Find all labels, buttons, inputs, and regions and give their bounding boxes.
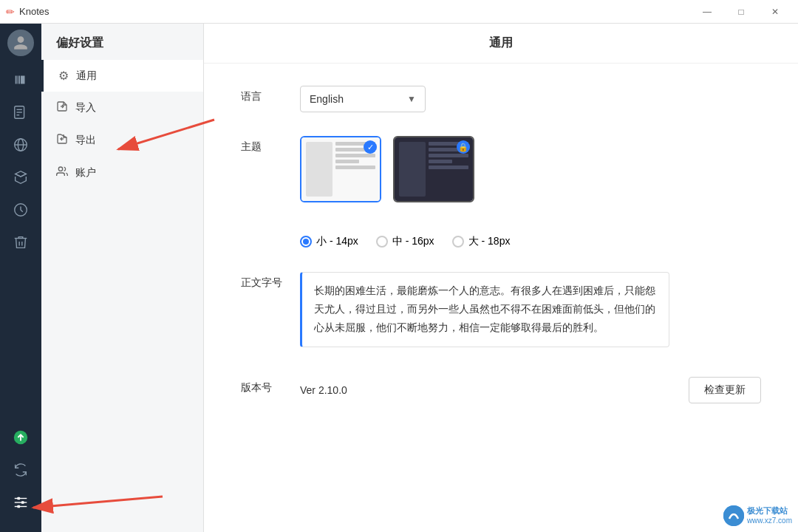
version-control: Ver 2.10.0 检查更新 [300,377,761,403]
menu-label-general: 通用 [76,69,97,83]
title-bar: ✏ Knotes — □ ✕ [0,0,798,24]
menu-item-general[interactable]: ⚙ 通用 [41,60,203,92]
check-update-button[interactable]: 检查更新 [689,377,761,403]
menu-item-export[interactable]: 导出 [41,124,203,157]
close-button[interactable]: ✕ [758,0,792,24]
notes-icon[interactable] [6,98,35,127]
language-value: English [310,93,344,105]
font-size-small-label: 小 - 14px [316,235,358,248]
account-icon [56,166,68,180]
theme-row: 主题 [241,136,761,202]
menu-label-import: 导入 [75,101,96,115]
theme-control: ✓ [300,136,761,202]
main-content: 通用 语言 English ▼ 主题 [204,24,798,532]
theme-label: 主题 [241,136,300,154]
main-header: 通用 [204,24,798,64]
export-icon [56,133,68,148]
version-value: Ver 2.10.0 [300,384,347,396]
theme-options: ✓ [300,136,761,202]
radio-small [300,236,312,248]
theme-dark-option[interactable]: 🔒 [393,136,474,202]
watermark-url: www.xz7.com [747,516,792,525]
library-icon[interactable] [6,65,35,95]
font-size-large-label: 大 - 18px [468,235,511,248]
watermark: 极光下载站 www.xz7.com [723,505,792,526]
settings-content: 语言 English ▼ 主题 [204,64,798,449]
globe-icon[interactable] [6,130,35,160]
font-size-label [241,226,300,231]
gear-icon: ⚙ [58,69,69,83]
font-size-row: 小 - 14px 中 - 16px 大 - 18px [241,226,761,248]
version-row: 版本号 Ver 2.10.0 检查更新 [241,377,761,403]
settings-title: 偏好设置 [41,24,203,60]
menu-item-import[interactable]: 导入 [41,92,203,124]
body-font-row: 正文字号 长期的困难生活，最能磨炼一个人的意志。有很多人在遇到困难后，只能怨天尤… [241,272,761,347]
maximize-button[interactable]: □ [724,0,758,24]
text-preview: 长期的困难生活，最能磨炼一个人的意志。有很多人在遇到困难后，只能怨天尤人，得过且… [300,272,669,347]
font-size-large[interactable]: 大 - 18px [452,235,511,248]
radio-large [452,236,464,248]
theme-lock-badge: 🔒 [457,140,470,154]
settings-sidebar: 偏好设置 ⚙ 通用 导入 导出 账户 [41,24,204,532]
trash-icon[interactable] [6,228,35,257]
version-label: 版本号 [241,377,300,395]
font-size-medium-label: 中 - 16px [392,235,434,248]
language-dropdown[interactable]: English ▼ [300,86,426,112]
minimize-button[interactable]: — [690,0,724,24]
app-icon: ✏ [6,6,15,18]
language-control: English ▼ [300,86,761,112]
svg-rect-13 [17,497,20,500]
app-title: Knotes [19,6,49,17]
refresh-icon[interactable] [6,455,35,485]
body-font-control: 长期的困难生活，最能磨炼一个人的意志。有很多人在遇到困难后，只能怨天尤人，得过且… [300,272,761,347]
font-size-small[interactable]: 小 - 14px [300,235,358,248]
font-size-options: 小 - 14px 中 - 16px 大 - 18px [300,235,761,248]
theme-light-option[interactable]: ✓ [300,136,381,202]
svg-rect-14 [21,501,24,504]
history-icon[interactable] [6,195,35,225]
watermark-site-text: 极光下载站 [747,506,792,516]
language-row: 语言 English ▼ [241,86,761,112]
language-label: 语言 [241,86,300,103]
watermark-logo [723,505,744,526]
menu-label-account: 账户 [75,166,96,180]
svg-point-19 [723,505,744,526]
body-font-label: 正文字号 [241,272,300,290]
icon-sidebar [0,24,41,532]
menu-item-account[interactable]: 账户 [41,157,203,189]
avatar-icon[interactable] [7,30,34,56]
svg-point-18 [58,167,62,171]
theme-selected-badge: ✓ [364,140,377,154]
radio-medium [376,236,388,248]
upload-icon[interactable] [6,423,35,452]
settings-icon[interactable] [6,488,35,517]
menu-label-export: 导出 [75,134,96,147]
font-size-medium[interactable]: 中 - 16px [376,235,434,248]
app-body: 偏好设置 ⚙ 通用 导入 导出 账户 通用 [0,24,798,532]
font-size-control: 小 - 14px 中 - 16px 大 - 18px [300,226,761,248]
import-icon [56,100,68,115]
dropdown-arrow-icon: ▼ [407,94,416,104]
tags-icon[interactable] [6,163,35,192]
svg-rect-15 [17,505,20,508]
